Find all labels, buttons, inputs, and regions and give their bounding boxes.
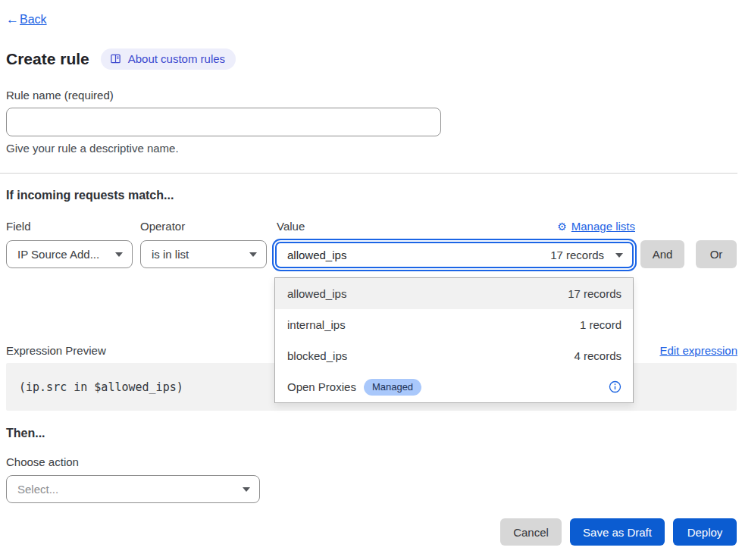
list-item-internal-ips[interactable]: internal_ips 1 record bbox=[275, 309, 633, 340]
value-records-count: 17 records bbox=[550, 249, 604, 261]
page-title: Create rule bbox=[6, 50, 89, 68]
list-item-open-proxies[interactable]: Open Proxies Managed bbox=[275, 371, 633, 402]
or-button[interactable]: Or bbox=[696, 240, 737, 268]
action-select-placeholder: Select... bbox=[17, 483, 243, 496]
book-icon bbox=[110, 53, 121, 64]
list-item-name: blocked_ips bbox=[287, 349, 347, 362]
cancel-button[interactable]: Cancel bbox=[500, 518, 562, 546]
list-item-records: 1 record bbox=[580, 318, 621, 331]
chevron-down-icon bbox=[115, 252, 123, 257]
field-select-value: IP Source Add... bbox=[17, 248, 115, 261]
and-button[interactable]: And bbox=[640, 240, 684, 268]
operator-select-value: is in list bbox=[152, 248, 249, 261]
gear-icon: ⚙ bbox=[557, 221, 567, 233]
back-arrow-icon: ← bbox=[6, 12, 19, 27]
list-item-allowed-ips[interactable]: allowed_ips 17 records bbox=[275, 278, 633, 309]
list-item-blocked-ips[interactable]: blocked_ips 4 records bbox=[275, 340, 633, 371]
list-dropdown-menu: allowed_ips 17 records internal_ips 1 re… bbox=[274, 277, 634, 403]
save-as-draft-button[interactable]: Save as Draft bbox=[570, 518, 665, 546]
operator-select[interactable]: is in list bbox=[140, 240, 267, 268]
list-item-name: Open Proxies bbox=[287, 380, 356, 393]
value-combobox[interactable]: allowed_ips 17 records bbox=[275, 242, 634, 268]
managed-badge: Managed bbox=[364, 379, 421, 396]
value-combobox-text: allowed_ips bbox=[287, 249, 550, 261]
list-item-name: allowed_ips bbox=[287, 287, 346, 300]
about-custom-rules-link[interactable]: About custom rules bbox=[101, 48, 236, 70]
expression-code: (ip.src in $allowed_ips) bbox=[19, 380, 183, 394]
back-link-label: Back bbox=[20, 13, 47, 27]
match-section-heading: If incoming requests match... bbox=[6, 189, 174, 202]
list-item-records: 17 records bbox=[568, 287, 621, 300]
field-label: Field bbox=[6, 220, 31, 233]
field-select[interactable]: IP Source Add... bbox=[6, 240, 133, 268]
then-section-heading: Then... bbox=[6, 427, 45, 440]
edit-expression-link[interactable]: Edit expression bbox=[659, 344, 737, 357]
deploy-button[interactable]: Deploy bbox=[673, 518, 737, 546]
title-row: Create rule About custom rules bbox=[6, 48, 236, 70]
back-link[interactable]: ← Back bbox=[6, 12, 47, 27]
chevron-down-icon bbox=[249, 252, 257, 257]
manage-lists-link[interactable]: ⚙ Manage lists bbox=[557, 220, 635, 233]
manage-lists-label: Manage lists bbox=[571, 220, 635, 233]
action-select[interactable]: Select... bbox=[6, 475, 260, 503]
list-item-records: 4 records bbox=[574, 349, 621, 362]
operator-label: Operator bbox=[140, 220, 185, 233]
create-rule-page: ← Back Create rule About custom rules Ru… bbox=[0, 0, 742, 560]
chevron-down-icon bbox=[615, 253, 623, 258]
chevron-down-icon bbox=[243, 487, 250, 492]
choose-action-label: Choose action bbox=[6, 455, 79, 468]
value-label: Value bbox=[277, 220, 305, 233]
rule-name-helper: Give your rule a descriptive name. bbox=[6, 142, 179, 155]
list-item-name: internal_ips bbox=[287, 318, 346, 331]
info-icon[interactable] bbox=[609, 380, 621, 393]
expression-preview-label: Expression Preview bbox=[6, 344, 106, 357]
rule-name-input[interactable] bbox=[6, 108, 441, 136]
section-divider bbox=[0, 173, 737, 174]
rule-name-label: Rule name (required) bbox=[6, 89, 114, 102]
about-custom-rules-label: About custom rules bbox=[128, 52, 225, 65]
